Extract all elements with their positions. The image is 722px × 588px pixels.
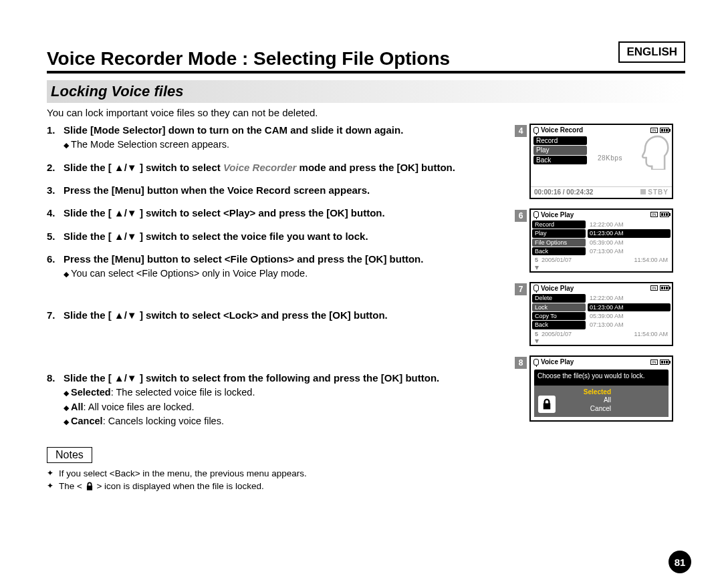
step-8-opt3: Cancel: Cancels locking voice files. <box>64 415 503 428</box>
step-6-sub: You can select <File Options> only in Vo… <box>64 267 503 281</box>
battery-icon <box>660 212 669 217</box>
battery-icon <box>660 359 669 365</box>
step-8-opt2: All: All voice files are locked. <box>64 401 503 414</box>
menu-back[interactable]: Back <box>533 156 587 165</box>
language-badge: ENGLISH <box>618 41 685 63</box>
menu-record[interactable]: Record <box>533 136 587 146</box>
mic-icon <box>533 211 539 218</box>
menu-record[interactable]: Record <box>532 220 586 229</box>
dialog-prompt: Choose the file(s) you would to lock. <box>534 370 669 386</box>
notes-label: Notes <box>47 447 92 463</box>
device-screen-4: Voice Record IN Record Play Back 28Kbps … <box>529 124 673 199</box>
section-subtitle: Locking Voice files <box>47 80 685 103</box>
step-8-opt1: Selected: The selected voice file is loc… <box>64 386 503 400</box>
list-item[interactable]: 12:22:00 AM <box>588 220 671 229</box>
list-item[interactable]: 07:13:00 AM <box>588 247 671 255</box>
list-item[interactable]: 05:39:00 AM <box>588 239 671 247</box>
step-badge-8: 8 <box>515 357 527 369</box>
step-1: Slide [Mode Selector] down to turn on th… <box>47 124 503 152</box>
step-badge-6: 6 <box>515 210 527 222</box>
menu-back[interactable]: Back <box>532 247 586 255</box>
note-2: The < > icon is displayed when the file … <box>47 481 503 492</box>
card-icon: IN <box>650 359 658 365</box>
lock-icon <box>538 396 556 413</box>
card-icon: IN <box>650 285 658 291</box>
list-item[interactable]: 01:23:00 AM <box>588 303 671 311</box>
list-item[interactable]: 01:23:00 AM <box>588 229 671 237</box>
instructions-column: Slide [Mode Selector] down to turn on th… <box>47 124 503 494</box>
mic-icon <box>533 127 539 134</box>
chevron-down-icon[interactable]: ▾ <box>532 265 671 270</box>
list-item[interactable]: 05:39:00 AM <box>588 312 671 320</box>
step-badge-7: 7 <box>515 283 527 295</box>
card-icon: IN <box>650 212 658 217</box>
step-2: Slide the [ ▲/▼ ] switch to select Voice… <box>47 161 503 174</box>
device-screen-7: Voice Play IN Delete Lock Copy To Back <box>529 282 673 346</box>
menu-file-options[interactable]: File Options <box>532 239 586 247</box>
step-4: Slide the [ ▲/▼ ] switch to select <Play… <box>47 206 503 220</box>
battery-icon <box>660 128 669 133</box>
list-item[interactable]: 07:13:00 AM <box>588 321 671 329</box>
menu-back[interactable]: Back <box>532 321 586 329</box>
screenshots-column: 4 Voice Record IN Record Play Back 28Kbp… <box>515 124 685 494</box>
lock-icon <box>85 482 94 492</box>
menu-play[interactable]: Play <box>533 146 587 155</box>
mic-icon <box>533 359 539 365</box>
head-profile-icon <box>632 133 669 170</box>
intro-text: You can lock important voice files so th… <box>47 107 685 118</box>
step-badge-4: 4 <box>515 125 527 137</box>
list-item[interactable]: 5 2005/01/0711:54:00 AM <box>532 330 671 338</box>
bitrate: 28Kbps <box>598 154 622 162</box>
chevron-down-icon[interactable]: ▾ <box>532 338 671 343</box>
step-1-sub: The Mode Selection screen appears. <box>64 138 503 152</box>
page-number: 81 <box>669 551 691 573</box>
step-6: Press the [Menu] button to select <File … <box>47 253 503 299</box>
menu-lock[interactable]: Lock <box>532 303 586 311</box>
list-item[interactable]: 5 2005/01/0711:54:00 AM <box>532 256 671 264</box>
card-icon: IN <box>650 128 658 133</box>
page-title: Voice Recorder Mode : Selecting File Opt… <box>47 40 685 74</box>
step-3: Press the [Menu] button when the Voice R… <box>47 184 503 197</box>
device-screen-8: Voice Play IN Choose the file(s) you wou… <box>529 355 673 422</box>
step-8: Slide the [ ▲/▼ ] switch to select from … <box>47 372 503 428</box>
menu-delete[interactable]: Delete <box>532 294 586 302</box>
device-screen-6: Voice Play IN Record Play File Options B… <box>529 208 673 273</box>
mic-icon <box>533 285 539 291</box>
battery-icon <box>660 285 669 291</box>
list-item[interactable]: 12:22:00 AM <box>588 294 671 302</box>
menu-copyto[interactable]: Copy To <box>532 312 586 320</box>
menu-play[interactable]: Play <box>532 229 586 237</box>
step-7: Slide the [ ▲/▼ ] switch to select <Lock… <box>47 309 503 362</box>
step-5: Slide the [ ▲/▼ ] switch to select the v… <box>47 230 503 243</box>
note-1: If you select <Back> in the menu, the pr… <box>47 468 503 478</box>
